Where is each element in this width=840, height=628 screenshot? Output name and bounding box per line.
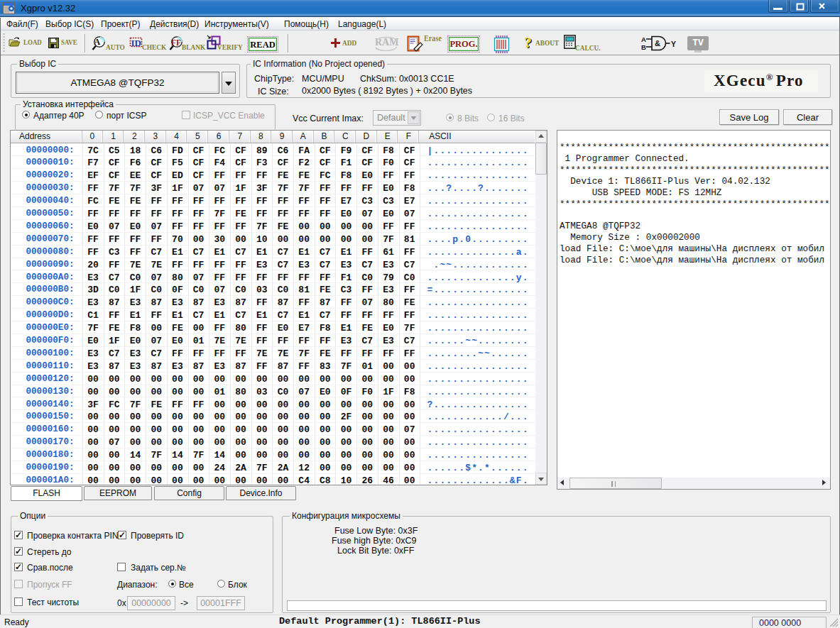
svg-text:Y: Y bbox=[671, 40, 676, 48]
svg-text:?: ? bbox=[524, 35, 532, 51]
svg-text:A: A bbox=[641, 35, 646, 43]
svg-text:&: & bbox=[655, 39, 660, 48]
svg-text:A: A bbox=[94, 37, 101, 47]
svg-text:B: B bbox=[641, 43, 646, 51]
svg-text:ID: ID bbox=[131, 38, 141, 48]
svg-text:FF: FF bbox=[171, 38, 181, 47]
